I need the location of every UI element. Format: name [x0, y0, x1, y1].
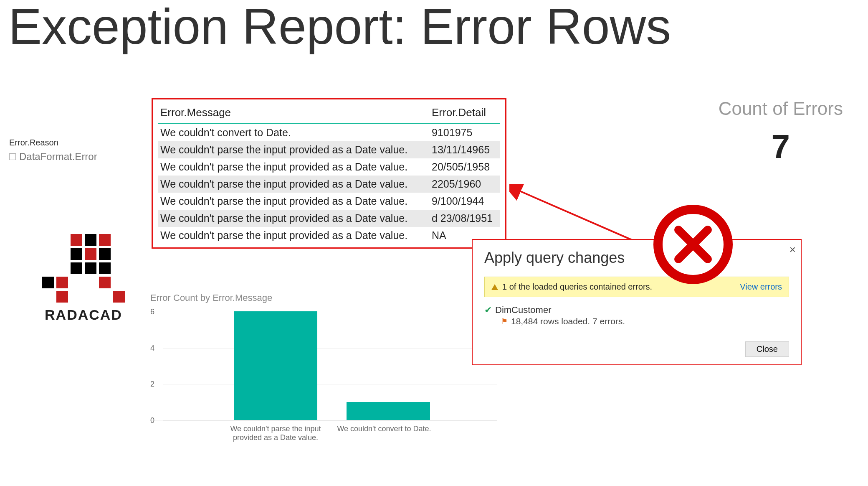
table-row[interactable]: We couldn't convert to Date.9101975 — [158, 124, 500, 141]
view-errors-link[interactable]: View errors — [740, 282, 782, 292]
chart-xtick: We couldn't convert to Date. — [330, 425, 438, 442]
cell-message: We couldn't parse the input provided as … — [158, 210, 429, 227]
svg-line-2 — [518, 190, 647, 247]
cell-message: We couldn't parse the input provided as … — [158, 193, 429, 210]
chart-bar[interactable] — [347, 402, 430, 420]
logo-text: RADACAD — [25, 307, 142, 323]
slicer-item-label: DataFormat.Error — [19, 151, 97, 163]
chart-ytick: 0 — [150, 416, 154, 425]
chart-ytick: 2 — [150, 380, 154, 389]
page-title: Exception Report: Error Rows — [0, 0, 868, 53]
cell-message: We couldn't convert to Date. — [158, 124, 429, 141]
cell-message: We couldn't parse the input provided as … — [158, 141, 429, 158]
col-header-detail[interactable]: Error.Detail — [429, 103, 500, 124]
error-table: Error.Message Error.Detail We couldn't c… — [152, 98, 506, 249]
cell-detail: 20/505/1958 — [429, 158, 500, 176]
logo-icon — [25, 234, 142, 303]
table-row[interactable]: We couldn't parse the input provided as … — [158, 227, 500, 244]
cell-message: We couldn't parse the input provided as … — [158, 158, 429, 176]
chart-ytick: 4 — [150, 344, 154, 352]
count-of-errors-card: Count of Errors 7 — [719, 98, 843, 166]
slicer-label: Error.Reason — [9, 138, 97, 148]
warning-icon — [491, 284, 498, 290]
table-row[interactable]: We couldn't parse the input provided as … — [158, 210, 500, 227]
chart-bar[interactable] — [234, 311, 317, 420]
chart-title: Error Count by Error.Message — [150, 293, 497, 303]
cell-message: We couldn't parse the input provided as … — [158, 176, 429, 193]
cell-detail: d 23/08/1951 — [429, 210, 500, 227]
checkbox-icon[interactable] — [9, 153, 16, 160]
cell-detail: 13/11/14965 — [429, 141, 500, 158]
query-row: ✔ DimCustomer — [484, 305, 789, 316]
cell-detail: 2205/1960 — [429, 176, 500, 193]
query-name: DimCustomer — [495, 305, 551, 316]
query-status-row: ⚑ 18,484 rows loaded. 7 errors. — [501, 316, 789, 326]
cell-detail: 9101975 — [429, 124, 500, 141]
cell-detail: 9/100/1944 — [429, 193, 500, 210]
table-row[interactable]: We couldn't parse the input provided as … — [158, 193, 500, 210]
count-value: 7 — [719, 127, 843, 166]
chart-xtick: We couldn't parse the input provided as … — [221, 425, 330, 442]
flag-icon: ⚑ — [501, 317, 508, 326]
slicer-item[interactable]: DataFormat.Error — [9, 151, 97, 163]
count-label: Count of Errors — [719, 98, 843, 119]
check-icon: ✔ — [484, 305, 492, 316]
warning-bar: 1 of the loaded queries contained errors… — [484, 277, 789, 297]
radacad-logo: RADACAD — [25, 234, 142, 323]
dialog-title: Apply query changes — [484, 249, 789, 267]
cell-message: We couldn't parse the input provided as … — [158, 227, 429, 244]
warning-text: 1 of the loaded queries contained errors… — [502, 282, 652, 292]
table-row[interactable]: We couldn't parse the input provided as … — [158, 176, 500, 193]
table-row[interactable]: We couldn't parse the input provided as … — [158, 141, 500, 158]
query-status: 18,484 rows loaded. 7 errors. — [511, 316, 625, 326]
error-reason-slicer: Error.Reason DataFormat.Error — [9, 138, 97, 163]
close-icon[interactable]: × — [790, 243, 796, 256]
table-row[interactable]: We couldn't parse the input provided as … — [158, 158, 500, 176]
close-button[interactable]: Close — [745, 341, 789, 357]
apply-query-changes-dialog: × Apply query changes 1 of the loaded qu… — [472, 239, 802, 365]
error-x-icon — [653, 205, 733, 284]
error-count-chart: Error Count by Error.Message 0246 We cou… — [150, 293, 497, 442]
chart-ytick: 6 — [150, 308, 154, 316]
col-header-message[interactable]: Error.Message — [158, 103, 429, 124]
